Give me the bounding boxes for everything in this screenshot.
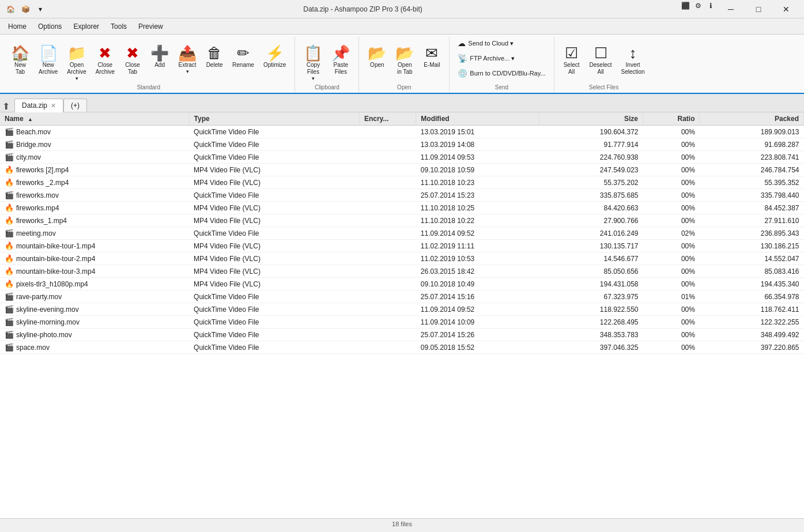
- paste-files-button[interactable]: 📌 PasteFiles: [327, 43, 354, 82]
- cell-packed: 85.083.416: [700, 265, 804, 278]
- new-archive-button[interactable]: 📄 NewArchive: [35, 43, 62, 82]
- table-row[interactable]: 🎬Beach.movQuickTime Video File13.03.2019…: [0, 126, 804, 138]
- table-row[interactable]: 🔥fireworks.mp4MP4 Video File (VLC)11.10.…: [0, 202, 804, 214]
- cell-name: 🎬space.mov: [0, 341, 189, 354]
- cell-name: 🎬city.mov: [0, 151, 189, 164]
- home-icon[interactable]: 🏠: [5, 3, 16, 15]
- cell-encrypted: [359, 265, 416, 278]
- cell-modified: 11.10.2018 10:22: [416, 214, 539, 227]
- table-row[interactable]: 🎬meeting.movQuickTime Video File11.09.20…: [0, 227, 804, 240]
- cell-encrypted: [359, 164, 416, 176]
- open-in-tab-button[interactable]: 📂 Openin Tab: [391, 43, 418, 82]
- col-name[interactable]: Name ▲: [0, 112, 189, 126]
- menu-explorer[interactable]: Explorer: [67, 21, 105, 32]
- table-row[interactable]: 🔥fireworks [2].mp4MP4 Video File (VLC)09…: [0, 164, 804, 176]
- menu-tools[interactable]: Tools: [105, 21, 133, 32]
- send-to-cloud-label: Send to Cloud ▾: [468, 40, 514, 47]
- new-tab-button[interactable]: 🏠 NewTab: [7, 43, 33, 82]
- cell-modified: 11.02.2019 11:11: [416, 240, 539, 252]
- rename-button[interactable]: ✏ Rename: [228, 43, 258, 82]
- gear-icon[interactable]: ⚙: [692, 0, 704, 12]
- table-row[interactable]: 🔥mountain-bike-tour-1.mp4MP4 Video File …: [0, 240, 804, 252]
- table-row[interactable]: 🎬city.movQuickTime Video File11.09.2014 …: [0, 151, 804, 164]
- delete-button[interactable]: 🗑 Delete: [202, 43, 227, 82]
- extract-icon: 📤: [178, 46, 197, 61]
- tab-close-icon[interactable]: ✕: [51, 102, 56, 110]
- col-encrypted[interactable]: Encry...: [359, 112, 416, 126]
- cell-ratio: 00%: [643, 278, 700, 290]
- cell-modified: 09.05.2018 15:52: [416, 341, 539, 354]
- cell-type: MP4 Video File (VLC): [189, 214, 359, 227]
- table-row[interactable]: 🎬skyline-evening.movQuickTime Video File…: [0, 303, 804, 316]
- email-button[interactable]: ✉ E-Mail: [419, 43, 444, 82]
- open-group-label: Open: [364, 82, 444, 90]
- open-archive-icon: 📁: [67, 46, 86, 61]
- info-icon[interactable]: ℹ: [705, 0, 716, 12]
- cell-packed: 335.798.440: [700, 189, 804, 202]
- burn-cd-button[interactable]: 💿 Burn to CD/DVD/Blu-Ray...: [454, 67, 549, 80]
- cell-size: 247.549.023: [539, 164, 643, 176]
- select-all-button[interactable]: ☑ SelectAll: [559, 43, 584, 82]
- cell-type: MP4 Video File (VLC): [189, 252, 359, 265]
- main-container: 🏠 📦 ▾ Data.zip - Ashampoo ZIP Pro 3 (64-…: [0, 0, 804, 532]
- col-size[interactable]: Size: [539, 112, 643, 126]
- cell-name: 🎬meeting.mov: [0, 227, 189, 240]
- maximize-button[interactable]: □: [745, 0, 772, 18]
- tab-data-zip[interactable]: Data.zip ✕: [14, 99, 63, 112]
- optimize-button[interactable]: ⚡ Optimize: [259, 43, 290, 82]
- close-tab-button[interactable]: ✖ CloseTab: [120, 43, 145, 82]
- minimize-button[interactable]: ─: [718, 0, 744, 18]
- app-icon[interactable]: 📦: [20, 3, 31, 15]
- table-row[interactable]: 🔥mountain-bike-tour-3.mp4MP4 Video File …: [0, 265, 804, 278]
- cell-modified: 13.03.2019 15:01: [416, 126, 539, 138]
- file-icon: 🔥: [5, 267, 14, 276]
- upload-icon[interactable]: ⬆: [2, 101, 10, 112]
- invert-selection-icon: ↕: [629, 46, 637, 61]
- file-icon: 🎬: [5, 305, 14, 314]
- external-icon[interactable]: ⬛: [680, 0, 691, 12]
- col-ratio[interactable]: Ratio: [643, 112, 700, 126]
- table-row[interactable]: 🎬skyline-photo.movQuickTime Video File25…: [0, 329, 804, 341]
- cell-modified: 26.03.2015 18:42: [416, 265, 539, 278]
- close-archive-button[interactable]: ✖ CloseArchive: [92, 43, 119, 82]
- invert-selection-button[interactable]: ↕ InvertSelection: [617, 43, 648, 82]
- file-icon: 🎬: [5, 343, 14, 352]
- add-button[interactable]: ➕ Add: [146, 43, 173, 82]
- add-icon: ➕: [150, 46, 169, 61]
- tab-add[interactable]: (+): [63, 99, 87, 112]
- deselect-all-button[interactable]: ☐ DeselectAll: [586, 43, 616, 82]
- table-row[interactable]: 🔥fireworks _2.mp4MP4 Video File (VLC)11.…: [0, 176, 804, 189]
- table-row[interactable]: 🔥mountain-bike-tour-2.mp4MP4 Video File …: [0, 252, 804, 265]
- dropdown-icon[interactable]: ▾: [35, 3, 46, 15]
- col-type[interactable]: Type: [189, 112, 359, 126]
- col-packed[interactable]: Packed: [700, 112, 804, 126]
- send-to-cloud-button[interactable]: ☁ Send to Cloud ▾: [454, 37, 549, 50]
- table-row[interactable]: 🎬skyline-morning.movQuickTime Video File…: [0, 316, 804, 329]
- menu-home[interactable]: Home: [2, 21, 32, 32]
- cell-type: QuickTime Video File: [189, 303, 359, 316]
- select-buttons: ☑ SelectAll ☐ DeselectAll ↕ InvertSelect…: [559, 37, 649, 82]
- table-row[interactable]: 🔥fireworks_1.mp4MP4 Video File (VLC)11.1…: [0, 214, 804, 227]
- cell-type: QuickTime Video File: [189, 227, 359, 240]
- content-area: ⬆ Data.zip ✕ (+) Name ▲ Type Encry... Mo…: [0, 94, 804, 532]
- open-archive-button[interactable]: 📁 OpenArchive: [63, 43, 90, 82]
- table-row[interactable]: 🎬space.movQuickTime Video File09.05.2018…: [0, 341, 804, 354]
- cell-type: QuickTime Video File: [189, 126, 359, 138]
- open-button[interactable]: 📂 Open: [364, 43, 390, 82]
- col-modified[interactable]: Modified: [416, 112, 539, 126]
- extract-button[interactable]: 📤 Extract: [174, 43, 201, 82]
- ribbon-group-clipboard: 📋 CopyFiles 📌 PasteFiles Clipboard: [295, 37, 359, 93]
- ftp-archive-button[interactable]: 📡 FTP Archive... ▾: [454, 52, 549, 65]
- table-row[interactable]: 🎬Bridge.movQuickTime Video File13.03.201…: [0, 138, 804, 151]
- cell-ratio: 00%: [643, 240, 700, 252]
- cell-encrypted: [359, 151, 416, 164]
- cell-ratio: 00%: [643, 252, 700, 265]
- close-button[interactable]: ✕: [773, 0, 799, 18]
- table-row[interactable]: 🎬rave-party.movQuickTime Video File25.07…: [0, 290, 804, 303]
- table-row[interactable]: 🔥pixels-tlr3_h1080p.mp4MP4 Video File (V…: [0, 278, 804, 290]
- table-row[interactable]: 🎬fireworks.movQuickTime Video File25.07.…: [0, 189, 804, 202]
- copy-files-button[interactable]: 📋 CopyFiles: [300, 43, 326, 82]
- menu-options[interactable]: Options: [32, 21, 67, 32]
- menu-preview[interactable]: Preview: [133, 21, 169, 32]
- new-archive-icon: 📄: [39, 46, 58, 61]
